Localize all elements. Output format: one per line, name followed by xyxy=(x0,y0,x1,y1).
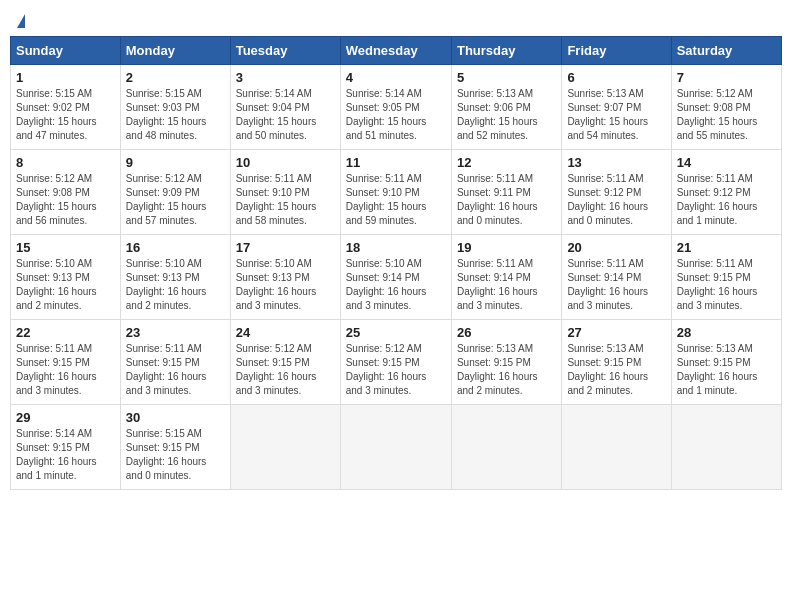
calendar-cell: 21Sunrise: 5:11 AM Sunset: 9:15 PM Dayli… xyxy=(671,235,781,320)
calendar-cell: 30Sunrise: 5:15 AM Sunset: 9:15 PM Dayli… xyxy=(120,405,230,490)
calendar-week-row: 15Sunrise: 5:10 AM Sunset: 9:13 PM Dayli… xyxy=(11,235,782,320)
day-number: 30 xyxy=(126,410,225,425)
column-header-friday: Friday xyxy=(562,37,671,65)
day-number: 6 xyxy=(567,70,665,85)
calendar-cell: 14Sunrise: 5:11 AM Sunset: 9:12 PM Dayli… xyxy=(671,150,781,235)
day-number: 7 xyxy=(677,70,776,85)
day-number: 24 xyxy=(236,325,335,340)
calendar-cell: 7Sunrise: 5:12 AM Sunset: 9:08 PM Daylig… xyxy=(671,65,781,150)
calendar-cell: 6Sunrise: 5:13 AM Sunset: 9:07 PM Daylig… xyxy=(562,65,671,150)
calendar-cell: 22Sunrise: 5:11 AM Sunset: 9:15 PM Dayli… xyxy=(11,320,121,405)
day-info: Sunrise: 5:11 AM Sunset: 9:15 PM Dayligh… xyxy=(677,257,776,313)
calendar-week-row: 29Sunrise: 5:14 AM Sunset: 9:15 PM Dayli… xyxy=(11,405,782,490)
calendar-cell: 12Sunrise: 5:11 AM Sunset: 9:11 PM Dayli… xyxy=(451,150,561,235)
calendar-cell xyxy=(340,405,451,490)
day-info: Sunrise: 5:11 AM Sunset: 9:10 PM Dayligh… xyxy=(346,172,446,228)
day-info: Sunrise: 5:11 AM Sunset: 9:14 PM Dayligh… xyxy=(457,257,556,313)
calendar-cell: 28Sunrise: 5:13 AM Sunset: 9:15 PM Dayli… xyxy=(671,320,781,405)
day-number: 14 xyxy=(677,155,776,170)
calendar-cell: 11Sunrise: 5:11 AM Sunset: 9:10 PM Dayli… xyxy=(340,150,451,235)
day-info: Sunrise: 5:13 AM Sunset: 9:15 PM Dayligh… xyxy=(567,342,665,398)
day-number: 26 xyxy=(457,325,556,340)
calendar-table: SundayMondayTuesdayWednesdayThursdayFrid… xyxy=(10,36,782,490)
calendar-cell xyxy=(671,405,781,490)
calendar-cell: 4Sunrise: 5:14 AM Sunset: 9:05 PM Daylig… xyxy=(340,65,451,150)
calendar-cell: 26Sunrise: 5:13 AM Sunset: 9:15 PM Dayli… xyxy=(451,320,561,405)
calendar-cell: 9Sunrise: 5:12 AM Sunset: 9:09 PM Daylig… xyxy=(120,150,230,235)
day-number: 12 xyxy=(457,155,556,170)
logo-icon xyxy=(17,14,25,28)
calendar-cell: 24Sunrise: 5:12 AM Sunset: 9:15 PM Dayli… xyxy=(230,320,340,405)
column-header-monday: Monday xyxy=(120,37,230,65)
day-number: 4 xyxy=(346,70,446,85)
day-number: 1 xyxy=(16,70,115,85)
day-number: 17 xyxy=(236,240,335,255)
day-info: Sunrise: 5:11 AM Sunset: 9:12 PM Dayligh… xyxy=(677,172,776,228)
day-info: Sunrise: 5:11 AM Sunset: 9:11 PM Dayligh… xyxy=(457,172,556,228)
day-info: Sunrise: 5:13 AM Sunset: 9:15 PM Dayligh… xyxy=(677,342,776,398)
calendar-cell: 1Sunrise: 5:15 AM Sunset: 9:02 PM Daylig… xyxy=(11,65,121,150)
day-info: Sunrise: 5:13 AM Sunset: 9:06 PM Dayligh… xyxy=(457,87,556,143)
calendar-cell: 5Sunrise: 5:13 AM Sunset: 9:06 PM Daylig… xyxy=(451,65,561,150)
day-info: Sunrise: 5:11 AM Sunset: 9:15 PM Dayligh… xyxy=(16,342,115,398)
day-number: 27 xyxy=(567,325,665,340)
day-number: 18 xyxy=(346,240,446,255)
day-number: 29 xyxy=(16,410,115,425)
day-number: 25 xyxy=(346,325,446,340)
calendar-cell: 3Sunrise: 5:14 AM Sunset: 9:04 PM Daylig… xyxy=(230,65,340,150)
calendar-week-row: 22Sunrise: 5:11 AM Sunset: 9:15 PM Dayli… xyxy=(11,320,782,405)
day-number: 2 xyxy=(126,70,225,85)
calendar-cell: 13Sunrise: 5:11 AM Sunset: 9:12 PM Dayli… xyxy=(562,150,671,235)
calendar-cell: 18Sunrise: 5:10 AM Sunset: 9:14 PM Dayli… xyxy=(340,235,451,320)
day-info: Sunrise: 5:10 AM Sunset: 9:13 PM Dayligh… xyxy=(16,257,115,313)
column-header-sunday: Sunday xyxy=(11,37,121,65)
day-number: 13 xyxy=(567,155,665,170)
column-header-wednesday: Wednesday xyxy=(340,37,451,65)
day-number: 22 xyxy=(16,325,115,340)
day-info: Sunrise: 5:13 AM Sunset: 9:07 PM Dayligh… xyxy=(567,87,665,143)
calendar-cell: 25Sunrise: 5:12 AM Sunset: 9:15 PM Dayli… xyxy=(340,320,451,405)
day-info: Sunrise: 5:12 AM Sunset: 9:15 PM Dayligh… xyxy=(236,342,335,398)
day-info: Sunrise: 5:15 AM Sunset: 9:03 PM Dayligh… xyxy=(126,87,225,143)
day-info: Sunrise: 5:13 AM Sunset: 9:15 PM Dayligh… xyxy=(457,342,556,398)
calendar-cell: 8Sunrise: 5:12 AM Sunset: 9:08 PM Daylig… xyxy=(11,150,121,235)
calendar-cell xyxy=(451,405,561,490)
calendar-cell: 10Sunrise: 5:11 AM Sunset: 9:10 PM Dayli… xyxy=(230,150,340,235)
day-info: Sunrise: 5:14 AM Sunset: 9:15 PM Dayligh… xyxy=(16,427,115,483)
day-number: 28 xyxy=(677,325,776,340)
calendar-cell xyxy=(230,405,340,490)
calendar-cell: 29Sunrise: 5:14 AM Sunset: 9:15 PM Dayli… xyxy=(11,405,121,490)
day-number: 21 xyxy=(677,240,776,255)
day-info: Sunrise: 5:11 AM Sunset: 9:10 PM Dayligh… xyxy=(236,172,335,228)
calendar-cell: 19Sunrise: 5:11 AM Sunset: 9:14 PM Dayli… xyxy=(451,235,561,320)
calendar-cell: 20Sunrise: 5:11 AM Sunset: 9:14 PM Dayli… xyxy=(562,235,671,320)
day-number: 23 xyxy=(126,325,225,340)
calendar-cell xyxy=(562,405,671,490)
day-number: 5 xyxy=(457,70,556,85)
day-info: Sunrise: 5:10 AM Sunset: 9:14 PM Dayligh… xyxy=(346,257,446,313)
calendar-week-row: 1Sunrise: 5:15 AM Sunset: 9:02 PM Daylig… xyxy=(11,65,782,150)
day-info: Sunrise: 5:14 AM Sunset: 9:04 PM Dayligh… xyxy=(236,87,335,143)
calendar-cell: 17Sunrise: 5:10 AM Sunset: 9:13 PM Dayli… xyxy=(230,235,340,320)
calendar-header-row: SundayMondayTuesdayWednesdayThursdayFrid… xyxy=(11,37,782,65)
day-info: Sunrise: 5:12 AM Sunset: 9:08 PM Dayligh… xyxy=(677,87,776,143)
day-info: Sunrise: 5:10 AM Sunset: 9:13 PM Dayligh… xyxy=(236,257,335,313)
day-number: 15 xyxy=(16,240,115,255)
day-number: 20 xyxy=(567,240,665,255)
day-info: Sunrise: 5:11 AM Sunset: 9:12 PM Dayligh… xyxy=(567,172,665,228)
day-info: Sunrise: 5:12 AM Sunset: 9:15 PM Dayligh… xyxy=(346,342,446,398)
calendar-cell: 27Sunrise: 5:13 AM Sunset: 9:15 PM Dayli… xyxy=(562,320,671,405)
column-header-tuesday: Tuesday xyxy=(230,37,340,65)
day-number: 9 xyxy=(126,155,225,170)
calendar-cell: 15Sunrise: 5:10 AM Sunset: 9:13 PM Dayli… xyxy=(11,235,121,320)
day-info: Sunrise: 5:10 AM Sunset: 9:13 PM Dayligh… xyxy=(126,257,225,313)
logo xyxy=(15,10,25,28)
day-info: Sunrise: 5:15 AM Sunset: 9:02 PM Dayligh… xyxy=(16,87,115,143)
calendar-cell: 2Sunrise: 5:15 AM Sunset: 9:03 PM Daylig… xyxy=(120,65,230,150)
day-number: 3 xyxy=(236,70,335,85)
column-header-thursday: Thursday xyxy=(451,37,561,65)
day-info: Sunrise: 5:11 AM Sunset: 9:14 PM Dayligh… xyxy=(567,257,665,313)
day-info: Sunrise: 5:11 AM Sunset: 9:15 PM Dayligh… xyxy=(126,342,225,398)
day-number: 10 xyxy=(236,155,335,170)
day-info: Sunrise: 5:15 AM Sunset: 9:15 PM Dayligh… xyxy=(126,427,225,483)
